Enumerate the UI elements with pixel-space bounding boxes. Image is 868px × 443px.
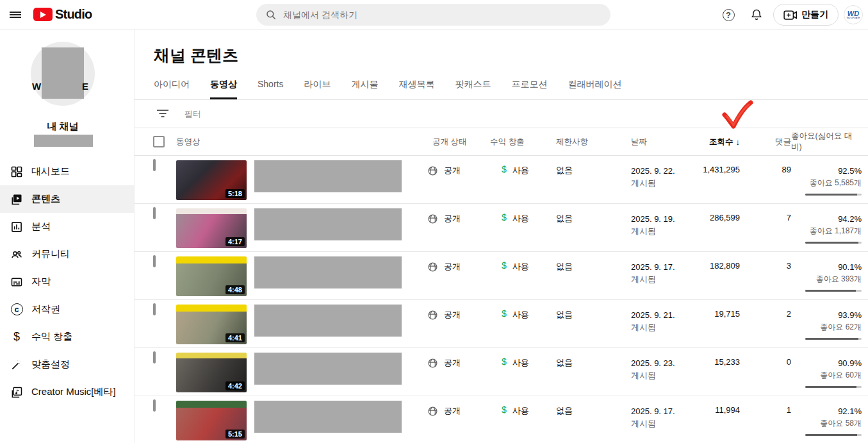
video-thumbnail[interactable]: 5:15	[176, 401, 247, 440]
likes-count: 좋아요 60개	[791, 369, 862, 381]
row-checkbox[interactable]	[153, 399, 156, 412]
video-thumbnail[interactable]: 4:17	[176, 208, 247, 248]
video-thumbnail[interactable]: 4:41	[176, 305, 247, 344]
tab-posts[interactable]: 게시물	[351, 79, 378, 99]
tab-playlists[interactable]: 재생목록	[398, 79, 434, 99]
restrictions-value: 없음	[554, 252, 618, 299]
redacted-video-title[interactable]	[254, 160, 402, 192]
restrictions-value: 없음	[554, 348, 618, 396]
like-ratio-bar-fill	[805, 194, 857, 196]
tab-promotions[interactable]: 프로모션	[511, 79, 547, 99]
account-avatar[interactable]: WD WD UPDATE	[844, 5, 863, 24]
row-checkbox[interactable]	[153, 303, 156, 315]
like-percentage: 90.1%	[791, 261, 862, 273]
tab-podcasts[interactable]: 팟캐스트	[455, 79, 491, 99]
duration-badge: 4:41	[225, 333, 245, 342]
redacted-video-title[interactable]	[254, 401, 402, 433]
row-checkbox[interactable]	[153, 351, 156, 364]
youtube-studio-logo[interactable]: Studio	[33, 7, 92, 22]
publish-date: 2025. 9. 21.	[631, 309, 695, 321]
table-row[interactable]: 5:15 공개 $ 사용 없음 2025. 9. 17. 게시됨 11,994 …	[135, 396, 868, 443]
views-count: 11,994	[695, 396, 740, 443]
music-icon	[10, 385, 24, 399]
sidebar-nav: 대시보드 콘텐츠 분석 커뮤니티 자막 c	[0, 158, 134, 406]
like-ratio-bar-fill	[805, 434, 857, 436]
monetization-icon: $	[10, 330, 24, 344]
like-ratio-bar	[805, 194, 862, 196]
menu-icon[interactable]	[3, 2, 28, 28]
redacted-video-title[interactable]	[254, 305, 402, 337]
sidebar-item-creator-music[interactable]: Creator Music[베타]	[0, 378, 134, 406]
avatar-logo-subtext: WD UPDATE	[847, 17, 860, 19]
redacted-avatar-overlay	[42, 47, 84, 99]
video-thumbnail[interactable]: 5:18	[176, 160, 247, 200]
select-all-checkbox[interactable]	[153, 136, 165, 147]
monetization-dollar-icon: $	[502, 309, 507, 347]
copyright-icon: c	[10, 303, 24, 317]
views-count: 1,431,295	[695, 156, 740, 203]
video-thumbnail[interactable]: 4:48	[176, 256, 247, 296]
filter-bar[interactable]: 필터	[135, 100, 868, 128]
channel-search-bar[interactable]	[256, 4, 610, 26]
duration-badge: 4:48	[225, 285, 245, 294]
sidebar-item-monetization[interactable]: $ 수익 창출	[0, 323, 134, 351]
globe-public-icon	[427, 213, 438, 224]
table-row[interactable]: 4:17 공개 $ 사용 없음 2025. 9. 19. 게시됨 286,599…	[135, 204, 868, 252]
table-row[interactable]: 4:42 공개 $ 사용 없음 2025. 9. 23. 게시됨 15,233 …	[135, 348, 868, 396]
row-checkbox[interactable]	[153, 159, 156, 171]
community-icon	[10, 247, 24, 262]
comments-count: 1	[740, 396, 791, 443]
tab-collaborations[interactable]: 컬래버레이션	[568, 79, 621, 99]
redacted-video-title[interactable]	[254, 256, 402, 288]
header-views-sort[interactable]: 조회수 ↓	[695, 137, 740, 147]
dashboard-icon	[10, 165, 24, 179]
like-ratio-bar	[805, 434, 862, 436]
publish-date: 2025. 9. 22.	[631, 165, 695, 177]
like-percentage: 92.5%	[791, 165, 862, 177]
globe-public-icon	[427, 358, 438, 369]
table-row[interactable]: 4:48 공개 $ 사용 없음 2025. 9. 17. 게시됨 182,809…	[135, 252, 868, 300]
table-row[interactable]: 4:41 공개 $ 사용 없음 2025. 9. 21. 게시됨 19,715 …	[135, 300, 868, 348]
redacted-video-title[interactable]	[254, 208, 402, 240]
duration-badge: 5:18	[225, 189, 245, 198]
comments-count: 0	[740, 348, 791, 396]
sidebar-item-analytics[interactable]: 분석	[0, 213, 134, 240]
help-button[interactable]: ?	[717, 3, 740, 26]
video-table-body: 5:18 공개 $ 사용 없음 2025. 9. 22. 게시됨 1,431,2…	[135, 156, 868, 443]
youtube-play-icon	[33, 8, 53, 21]
publish-date: 2025. 9. 17.	[631, 261, 695, 273]
sidebar-item-content[interactable]: 콘텐츠	[0, 185, 134, 213]
create-button[interactable]: 만들기	[773, 4, 839, 26]
create-video-icon	[783, 10, 797, 20]
video-thumbnail[interactable]: 4:42	[176, 353, 247, 392]
sidebar-item-dashboard[interactable]: 대시보드	[0, 158, 134, 185]
likes-count: 좋아요 58개	[791, 417, 862, 430]
channel-profile-block: W E 내 채널	[0, 29, 134, 158]
comments-count: 2	[740, 300, 791, 347]
table-row[interactable]: 5:18 공개 $ 사용 없음 2025. 9. 22. 게시됨 1,431,2…	[135, 156, 868, 204]
content-icon	[10, 192, 24, 206]
sidebar-item-customization[interactable]: 맞춤설정	[0, 351, 134, 378]
visibility-status: 공개	[444, 261, 461, 272]
publish-date: 2025. 9. 23.	[631, 357, 695, 369]
sidebar-item-copyright[interactable]: c 저작권	[0, 296, 134, 323]
monetization-status: 사용	[512, 405, 529, 443]
tab-live[interactable]: 라이브	[304, 79, 331, 99]
duration-badge: 4:17	[225, 237, 245, 246]
topbar: Studio ? 만들기 WD WD UPDATE	[0, 0, 868, 29]
notifications-button[interactable]	[745, 3, 768, 26]
redacted-video-title[interactable]	[254, 353, 402, 385]
like-percentage: 93.9%	[791, 309, 862, 321]
globe-public-icon	[427, 310, 438, 321]
monetization-dollar-icon: $	[502, 405, 507, 443]
tab-shorts[interactable]: Shorts	[258, 79, 283, 99]
sidebar-item-community[interactable]: 커뮤니티	[0, 240, 134, 268]
row-checkbox[interactable]	[153, 207, 156, 219]
tab-ideas[interactable]: 아이디어	[154, 79, 190, 99]
sidebar-item-subtitles[interactable]: 자막	[0, 268, 134, 296]
tab-videos[interactable]: 동영상	[210, 79, 237, 99]
monetization-dollar-icon: $	[502, 357, 507, 396]
row-checkbox[interactable]	[153, 255, 156, 267]
search-input[interactable]	[283, 10, 591, 20]
comments-count: 7	[740, 204, 791, 251]
